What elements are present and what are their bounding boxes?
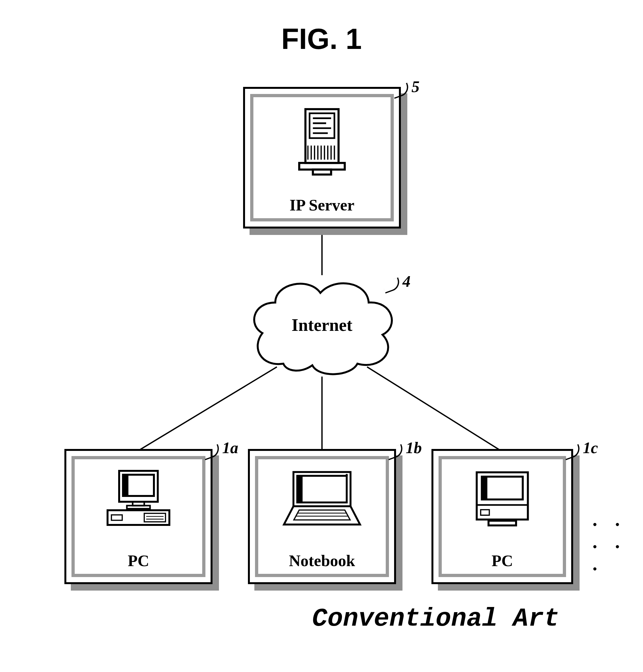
client-a-panel: PC <box>64 449 213 584</box>
figure-caption: Conventional Art <box>312 604 559 633</box>
svg-rect-33 <box>298 477 303 502</box>
svg-rect-43 <box>481 510 489 515</box>
cloud: Internet <box>245 270 399 380</box>
svg-rect-32 <box>297 476 347 502</box>
svg-rect-5 <box>310 113 334 138</box>
svg-rect-44 <box>488 521 516 525</box>
server-ref: 5 <box>412 77 420 96</box>
svg-rect-30 <box>111 515 122 520</box>
diagram-canvas: FIG. 1 <box>0 0 643 672</box>
compact-pc-icon <box>467 466 538 530</box>
server-panel: IP Server <box>243 87 401 228</box>
client-c-ref: 1c <box>583 438 598 457</box>
svg-rect-27 <box>144 513 166 522</box>
svg-marker-35 <box>284 506 360 525</box>
svg-rect-26 <box>108 510 169 525</box>
client-b-label: Notebook <box>289 551 355 574</box>
cloud-label: Internet <box>292 315 353 335</box>
svg-rect-23 <box>124 475 128 495</box>
svg-point-34 <box>345 474 348 476</box>
client-c-panel: PC <box>432 449 573 584</box>
client-b-ref: 1b <box>406 438 422 457</box>
cloud-ref: 4 <box>402 272 411 291</box>
laptop-icon <box>280 466 364 530</box>
server-icon <box>293 104 351 181</box>
svg-rect-41 <box>483 477 487 499</box>
svg-rect-25 <box>127 506 150 509</box>
client-a-ref: 1a <box>222 438 238 457</box>
svg-rect-20 <box>313 170 331 174</box>
ellipsis: . . . . . <box>593 509 643 575</box>
client-b-panel: Notebook <box>248 449 396 584</box>
desktop-pc-icon <box>100 466 177 530</box>
client-c-label: PC <box>492 551 513 574</box>
server-label: IP Server <box>290 196 354 218</box>
client-a-label: PC <box>128 551 149 574</box>
svg-rect-40 <box>482 477 523 499</box>
